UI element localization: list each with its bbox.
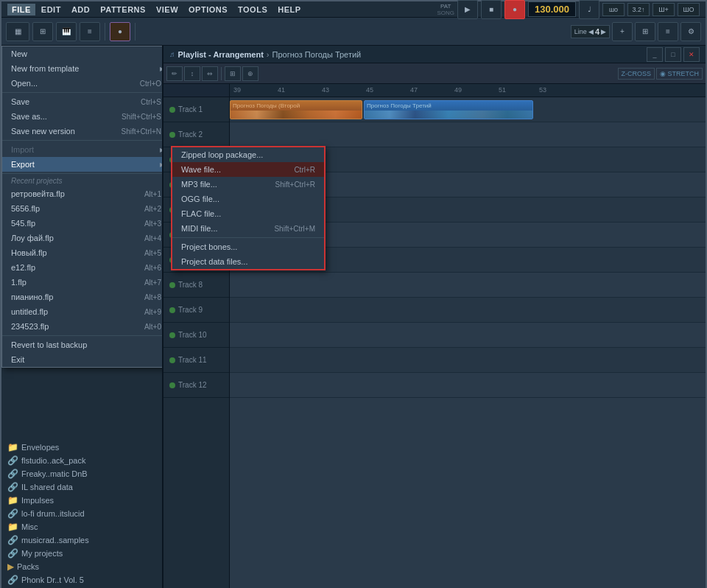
piano-roll-button[interactable]: 🎹: [56, 22, 77, 41]
export-mp3[interactable]: MP3 file... Shift+Ctrl+R: [172, 177, 324, 192]
stretch-label[interactable]: ◉ STRETCH: [656, 68, 703, 80]
toolbar-separator-1: [105, 23, 105, 41]
menu-export[interactable]: Export: [2, 157, 163, 172]
track-label-1[interactable]: Track 1: [163, 97, 229, 122]
track-row-1[interactable]: Прогноз Погоды (Второй Прогноз Погоды Тр…: [230, 97, 706, 122]
zoom-button[interactable]: ≡: [658, 22, 678, 41]
track-clip-1b[interactable]: Прогноз Погоды Третий: [364, 100, 533, 119]
arrow-left-icon[interactable]: ◀: [588, 28, 594, 35]
browser-button[interactable]: ≡: [80, 22, 100, 41]
playlist-minimize-btn[interactable]: _: [647, 47, 663, 62]
folder-link-icon-3: 🔗: [7, 482, 18, 492]
menu-add[interactable]: ADD: [67, 4, 94, 15]
menu-new-from-template[interactable]: New from template: [2, 61, 163, 76]
track-row-9[interactable]: [230, 298, 706, 323]
menu-save-new[interactable]: Save new version Shift+Ctrl+N: [2, 124, 163, 139]
sidebar-folder-il[interactable]: 🔗 IL shared data: [1, 480, 162, 494]
pl-snap-btn[interactable]: ⊞: [225, 66, 241, 81]
track-label-11[interactable]: Track 11: [163, 348, 229, 373]
export-flac[interactable]: FLAC file...: [172, 206, 324, 221]
sidebar-folder-misc[interactable]: 📁 Misc: [1, 520, 162, 533]
export-midi[interactable]: MIDI file... Shift+Ctrl+M: [172, 221, 324, 236]
menu-tools[interactable]: TOOLS: [233, 4, 272, 15]
menu-exit[interactable]: Exit: [2, 352, 163, 367]
track-label-9[interactable]: Track 9: [163, 298, 229, 323]
track-12-dot: [169, 382, 175, 388]
main-area: 🔍 ≡ ↺ ★ New New from template Open... Ct…: [1, 46, 706, 588]
mixer-button[interactable]: ▦: [6, 22, 29, 41]
menu-edit[interactable]: EDIT: [37, 4, 66, 15]
metronome-button[interactable]: ♩: [579, 0, 599, 19]
track-row-2[interactable]: [230, 122, 706, 147]
play-button[interactable]: ▶: [457, 0, 478, 19]
arrow-right-icon[interactable]: ▶: [601, 28, 606, 35]
menu-open[interactable]: Open... Ctrl+O: [2, 76, 163, 91]
sidebar-folder-flstudio[interactable]: 🔗 flstudio..ack_pack: [1, 454, 162, 467]
beat-display: 3.2↑: [627, 3, 650, 16]
menu-sep-1: [2, 92, 163, 93]
record-button[interactable]: ●: [504, 0, 525, 19]
menu-help[interactable]: HELP: [273, 4, 305, 15]
track-label-12[interactable]: Track 12: [163, 373, 229, 398]
settings-button[interactable]: ⚙: [680, 22, 701, 41]
menu-patterns[interactable]: PATTERNS: [96, 4, 150, 15]
track-row-12[interactable]: [230, 373, 706, 398]
sidebar-folder-phonk[interactable]: 🔗 Phonk Dr..t Vol. 5: [1, 573, 162, 587]
pl-magnet-btn[interactable]: ⊕: [242, 66, 258, 81]
folder-link-icon-6: 🔗: [7, 548, 18, 559]
recent-6[interactable]: е12.flp Alt+6: [2, 260, 163, 275]
file-menu: New New from template Open... Ctrl+O Sav…: [1, 46, 163, 368]
app-container: FILE EDIT ADD PATTERNS VIEW OPTIONS TOOL…: [0, 0, 707, 588]
ruler-mark-51: 51: [499, 86, 506, 94]
ruler-mark-39: 39: [233, 86, 241, 94]
recent-8[interactable]: пианино.flp Alt+8: [2, 290, 163, 304]
export-bones[interactable]: Project bones...: [172, 239, 324, 254]
grid-button[interactable]: ⊞: [635, 22, 655, 41]
channel-rack-button[interactable]: ⊞: [32, 22, 53, 41]
sidebar-folder-myprojects[interactable]: 🔗 My projects: [1, 547, 162, 560]
recent-1[interactable]: ретровейта.flp Alt+1: [2, 186, 163, 201]
recent-7[interactable]: 1.flp Alt+7: [2, 275, 163, 290]
export-ogg[interactable]: OGG file...: [172, 192, 324, 206]
knob-button[interactable]: ●: [110, 22, 130, 41]
sidebar-folder-envelopes[interactable]: 📁 Envelopes: [1, 441, 162, 454]
menu-options[interactable]: OPTIONS: [184, 4, 232, 15]
snap-button[interactable]: +: [612, 22, 633, 41]
zcross-label[interactable]: Z-CROSS: [618, 68, 655, 80]
sidebar-folder-impulses[interactable]: 📁 Impulses: [1, 494, 162, 507]
menu-new[interactable]: New: [2, 46, 163, 61]
track-label-2[interactable]: Track 2: [163, 122, 229, 147]
menu-revert[interactable]: Revert to last backup: [2, 337, 163, 352]
recent-3[interactable]: 545.flp Alt+3: [2, 216, 163, 231]
playlist-maximize-btn[interactable]: □: [665, 47, 681, 62]
export-data[interactable]: Project data files...: [172, 254, 324, 269]
track-row-10[interactable]: [230, 323, 706, 348]
export-zipped[interactable]: Zipped loop package...: [172, 147, 324, 162]
track-label-10[interactable]: Track 10: [163, 323, 229, 348]
menu-view[interactable]: VIEW: [152, 4, 183, 15]
bpm-display[interactable]: 130.000: [528, 1, 576, 17]
menu-save[interactable]: Save Ctrl+S: [2, 94, 163, 109]
stop-button[interactable]: ■: [481, 0, 502, 19]
sidebar-folder-packs[interactable]: ▶ Packs: [1, 560, 162, 573]
playlist-close-btn[interactable]: ✕: [683, 47, 700, 62]
recent-5[interactable]: Новый.flp Alt+5: [2, 245, 163, 260]
track-row-11[interactable]: [230, 348, 706, 373]
menu-save-as[interactable]: Save as... Shift+Ctrl+S: [2, 109, 163, 124]
track-clip-1a[interactable]: Прогноз Погоды (Второй: [230, 100, 362, 119]
pl-select-btn[interactable]: ↕: [184, 66, 200, 81]
pl-zoom-btn[interactable]: ⇔: [202, 66, 218, 81]
pl-pencil-btn[interactable]: ✏: [166, 66, 183, 81]
sidebar-folder-musicrad[interactable]: 🔗 musicrad..samples: [1, 533, 162, 547]
recent-4[interactable]: Лоу фай.flp Alt+4: [2, 231, 163, 245]
sidebar-folder-lofi[interactable]: 🔗 lo-fi drum..itslucid: [1, 507, 162, 520]
menu-import[interactable]: Import: [2, 142, 163, 157]
export-wave[interactable]: Wave file... Ctrl+R: [172, 162, 324, 177]
sidebar-folder-freaky[interactable]: 🔗 Freaky..matic DnB: [1, 467, 162, 480]
track-row-8[interactable]: [230, 273, 706, 298]
menu-file[interactable]: FILE: [7, 4, 35, 15]
recent-9[interactable]: untitled.flp Alt+9: [2, 304, 163, 319]
recent-0[interactable]: 234523.flp Alt+0: [2, 319, 163, 334]
track-label-8[interactable]: Track 8: [163, 273, 229, 298]
recent-2[interactable]: 5656.flp Alt+2: [2, 201, 163, 216]
